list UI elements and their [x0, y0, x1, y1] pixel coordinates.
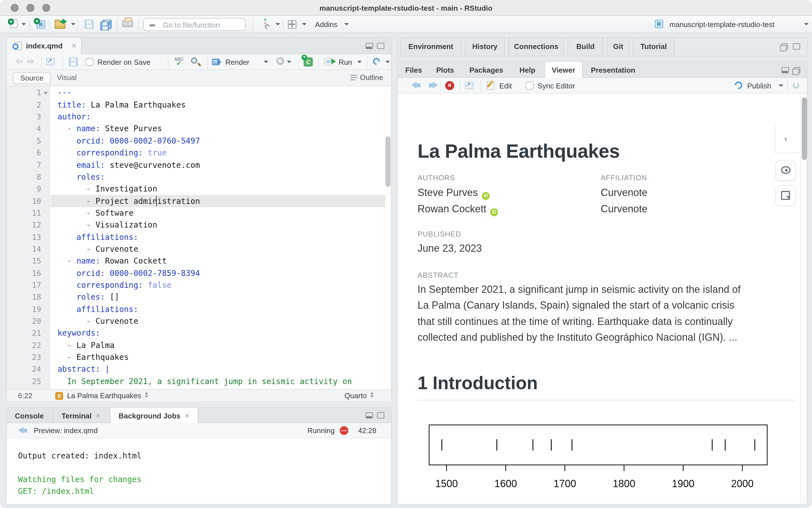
- publish-button[interactable]: Publish: [747, 82, 771, 90]
- vcs-icon[interactable]: + −: [262, 18, 273, 31]
- minimize-pane-icon[interactable]: [781, 67, 789, 73]
- annotation-button[interactable]: [775, 185, 796, 206]
- console-output[interactable]: Output created: index.htmlWatching files…: [7, 438, 391, 504]
- tab-plots[interactable]: Plots: [430, 62, 461, 77]
- goto-file-input[interactable]: ➦ Go to file/function: [143, 18, 246, 31]
- render-on-save-label: Render on Save: [97, 58, 151, 67]
- project-caret[interactable]: [804, 23, 809, 25]
- close-tab-icon[interactable]: ✕: [72, 42, 77, 50]
- orcid-icon[interactable]: iD: [490, 208, 498, 216]
- publish-caret[interactable]: [779, 84, 783, 87]
- section-icon: #: [55, 392, 63, 399]
- orcid-icon[interactable]: iD: [482, 192, 490, 200]
- tab-files[interactable]: Files: [399, 62, 428, 77]
- edit-button[interactable]: Edit: [499, 82, 512, 90]
- publish-icon[interactable]: [733, 80, 744, 91]
- popout-icon[interactable]: [465, 82, 473, 89]
- back-icon[interactable]: [411, 82, 416, 88]
- code-line: abstract: |: [57, 365, 110, 374]
- window-title: manuscript-template-rstudio-test - main …: [0, 4, 812, 12]
- render-on-save-checkbox[interactable]: [86, 58, 93, 66]
- code-line: - Curvenote: [57, 245, 138, 253]
- tab-index-qmd[interactable]: index.qmd ✕: [7, 38, 82, 55]
- spellcheck-icon[interactable]: ABC: [174, 57, 184, 62]
- minimize-pane-icon[interactable]: [366, 412, 373, 418]
- tab-background-jobs[interactable]: Background Jobs✕: [111, 408, 198, 424]
- maximize-pane-icon[interactable]: [377, 43, 384, 49]
- addins-caret[interactable]: [344, 23, 349, 25]
- run-caret[interactable]: [357, 61, 362, 63]
- stop-icon[interactable]: STOP: [340, 426, 348, 435]
- vcs-caret[interactable]: [276, 23, 280, 25]
- tab-console[interactable]: Console: [7, 408, 52, 422]
- gear-icon[interactable]: [277, 57, 284, 65]
- tab-viewer[interactable]: Viewer: [544, 62, 583, 78]
- tab-label: index.qmd: [26, 42, 63, 50]
- open-caret[interactable]: [71, 23, 76, 25]
- maximize-pane-icon[interactable]: [793, 43, 800, 50]
- back-icon[interactable]: [18, 427, 23, 434]
- run-icon[interactable]: [325, 58, 332, 65]
- save-icon[interactable]: [84, 20, 93, 29]
- viewer-scrollbar-thumb[interactable]: [802, 97, 807, 160]
- render-caret[interactable]: [264, 61, 268, 63]
- run-button[interactable]: Run: [339, 58, 352, 67]
- tab-help[interactable]: Help: [512, 62, 543, 77]
- insert-chunk-icon[interactable]: C: [304, 57, 313, 67]
- section-selector[interactable]: La Palma Earthquakes: [67, 391, 149, 400]
- popout-icon[interactable]: [46, 58, 55, 65]
- editor-scrollbar[interactable]: [385, 136, 391, 187]
- edit-icon[interactable]: [487, 81, 494, 90]
- code-line: corresponding: true: [57, 148, 167, 157]
- fold-arrow-icon[interactable]: [43, 92, 48, 95]
- print-icon[interactable]: [122, 20, 133, 27]
- forward-icon[interactable]: ⇨: [27, 56, 34, 67]
- visual-mode-button[interactable]: Visual: [57, 73, 77, 82]
- svg-text:1600: 1600: [494, 478, 517, 490]
- find-icon[interactable]: [191, 57, 197, 64]
- collapse-sidebar-button[interactable]: ‹: [775, 126, 800, 153]
- restore-pane-icon[interactable]: [794, 67, 800, 73]
- rerun-caret[interactable]: [385, 61, 390, 63]
- tab-history[interactable]: History: [465, 38, 505, 56]
- addins-menu[interactable]: Addins: [315, 20, 337, 29]
- tab-git[interactable]: Git: [607, 38, 630, 56]
- clear-viewer-icon[interactable]: ✕: [445, 81, 454, 90]
- svg-text:2000: 2000: [731, 478, 754, 490]
- preview-eye-button[interactable]: [775, 160, 796, 180]
- refresh-icon[interactable]: [793, 82, 799, 88]
- tab-environment[interactable]: Environment: [400, 38, 461, 56]
- running-status: Running: [308, 426, 335, 435]
- tab-terminal[interactable]: Terminal✕: [53, 408, 109, 422]
- save-doc-icon[interactable]: [69, 57, 78, 67]
- svg-text:1800: 1800: [613, 478, 635, 490]
- tab-build[interactable]: Build: [567, 38, 604, 56]
- minimize-pane-icon[interactable]: [366, 43, 373, 49]
- pane-layout-caret[interactable]: [302, 23, 307, 25]
- forward-icon[interactable]: [433, 82, 438, 88]
- sync-editor-checkbox[interactable]: [526, 82, 534, 90]
- gear-caret[interactable]: [287, 61, 291, 63]
- viewer-scrollbar[interactable]: [800, 93, 807, 504]
- maximize-pane-icon[interactable]: [377, 412, 384, 418]
- tab-tutorial[interactable]: Tutorial: [633, 38, 675, 56]
- code-line: affiliations:: [57, 232, 138, 241]
- project-menu[interactable]: manuscript-template-rstudio-test: [669, 20, 775, 29]
- outline-button[interactable]: Outline: [351, 73, 383, 82]
- tab-connections[interactable]: Connections: [508, 38, 564, 56]
- source-mode-button[interactable]: Source: [13, 72, 51, 84]
- new-file-caret[interactable]: [22, 23, 26, 25]
- render-button[interactable]: Render: [226, 58, 249, 67]
- tab-presentation[interactable]: Presentation: [584, 62, 642, 77]
- viewer-content[interactable]: La Palma Earthquakes AUTHORS AFFILIATION…: [398, 93, 807, 504]
- restore-pane-icon[interactable]: [781, 43, 788, 50]
- tab-packages[interactable]: Packages: [462, 62, 511, 77]
- doc-mode-selector[interactable]: Quarto: [344, 391, 374, 400]
- back-icon[interactable]: ⇦: [16, 56, 23, 67]
- editor-tab-bar: index.qmd ✕: [7, 38, 391, 54]
- code-editor[interactable]: 1234567891011121314151617181920212223242…: [7, 86, 391, 389]
- line-number: 14: [7, 245, 41, 253]
- pane-layout-icon[interactable]: [288, 20, 296, 29]
- line-number: 2: [7, 100, 41, 109]
- rerun-icon[interactable]: [372, 56, 381, 66]
